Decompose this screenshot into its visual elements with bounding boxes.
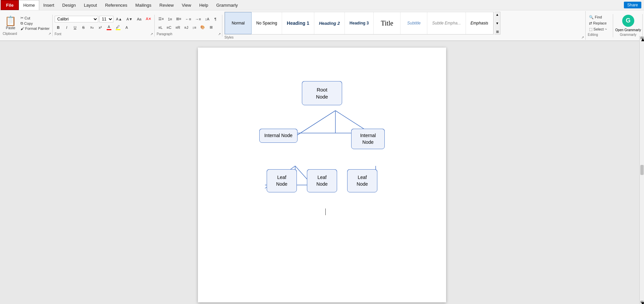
leaf-node-2-label: LeafNode bbox=[316, 175, 327, 187]
superscript-button[interactable]: x² bbox=[97, 24, 104, 31]
tab-layout[interactable]: Layout bbox=[80, 0, 101, 10]
tab-view[interactable]: View bbox=[178, 0, 195, 10]
leaf-node-3-label: LeafNode bbox=[357, 175, 368, 187]
font-family-select[interactable]: Calibri bbox=[55, 16, 98, 22]
tab-review[interactable]: Review bbox=[155, 0, 178, 10]
internal-node-2-label: InternalNode bbox=[360, 133, 376, 145]
leaf-node-1-label: LeafNode bbox=[276, 175, 287, 187]
tab-file[interactable]: File bbox=[1, 0, 19, 10]
style-heading3[interactable]: Heading 3 bbox=[345, 12, 374, 34]
shading-button[interactable]: A bbox=[123, 24, 130, 31]
paragraph-section: ☰≡ 1≡ ⊞≡ ←≡ →≡ ↕A ¶ ≡L ≡C ≡R ≡J ↕≡ 🎨 ⊞ bbox=[155, 15, 222, 37]
decrease-font-button[interactable]: A▼ bbox=[125, 15, 134, 23]
styles-scroll-up-button[interactable]: ▲ bbox=[494, 12, 500, 17]
leaf-node-3[interactable]: LeafNode bbox=[347, 169, 377, 192]
bullets-button[interactable]: ☰≡ bbox=[157, 15, 165, 23]
justify-button[interactable]: ≡J bbox=[182, 24, 190, 31]
select-button[interactable]: ⬚ Select ~ bbox=[588, 27, 611, 32]
bold-button[interactable]: B bbox=[55, 24, 62, 31]
paste-button[interactable]: 📋 Paste bbox=[3, 16, 18, 31]
numbering-button[interactable]: 1≡ bbox=[166, 15, 174, 23]
styles-more-button[interactable]: ⊞ bbox=[494, 29, 500, 34]
tab-references[interactable]: References bbox=[101, 0, 131, 10]
internal-node-1-label: Internal Node bbox=[264, 133, 292, 138]
highlight-color-indicator bbox=[116, 29, 120, 30]
sort-button[interactable]: ↕A bbox=[203, 15, 211, 23]
editing-section: 🔍 Find ⇄ Replace ⬚ Select ~ Editing bbox=[586, 14, 613, 37]
underline-button[interactable]: U bbox=[71, 24, 79, 31]
internal-node-1[interactable]: Internal Node bbox=[259, 129, 298, 149]
tree-diagram: RootNode Internal Node bbox=[211, 81, 433, 192]
align-right-button[interactable]: ≡R bbox=[174, 24, 182, 31]
style-no-spacing[interactable]: No Spacing bbox=[252, 12, 282, 34]
change-case-button[interactable]: Aa bbox=[135, 15, 143, 23]
styles-gallery: Normal No Spacing Heading 1 Heading 2 He… bbox=[224, 12, 494, 35]
increase-indent-button[interactable]: →≡ bbox=[194, 15, 203, 23]
internal-node-2[interactable]: InternalNode bbox=[351, 129, 385, 149]
copy-button[interactable]: ⧉ Copy bbox=[19, 21, 51, 26]
document-area: RootNode Internal Node bbox=[0, 41, 644, 304]
tab-design[interactable]: Design bbox=[58, 0, 80, 10]
multilevel-list-button[interactable]: ⊞≡ bbox=[174, 15, 183, 23]
show-formatting-button[interactable]: ¶ bbox=[212, 15, 219, 23]
style-subtle-emphasis[interactable]: Subtle Empha... bbox=[427, 12, 466, 34]
format-painter-button[interactable]: 🖌 Format Painter bbox=[19, 26, 51, 31]
subscript-button[interactable]: x₂ bbox=[88, 24, 96, 31]
shading-para-button[interactable]: 🎨 bbox=[199, 24, 207, 31]
tab-home[interactable]: Home bbox=[19, 0, 39, 10]
align-center-button[interactable]: ≡C bbox=[165, 24, 173, 31]
font-section: Calibri 11 A▲ A▼ Aa A✕ B I U S x₂ x² bbox=[53, 15, 155, 37]
tab-mailings[interactable]: Mailings bbox=[131, 0, 156, 10]
find-button[interactable]: 🔍 Find bbox=[588, 15, 611, 20]
leaf-node-2[interactable]: LeafNode bbox=[307, 169, 337, 192]
root-node[interactable]: RootNode bbox=[302, 81, 342, 105]
style-subtitle[interactable]: Subtitle bbox=[400, 12, 427, 34]
style-heading1[interactable]: Heading 1 bbox=[282, 12, 314, 34]
italic-button[interactable]: I bbox=[63, 24, 70, 31]
scroll-up-arrow[interactable]: ▲ bbox=[640, 37, 644, 39]
vertical-scrollbar[interactable]: ▲ ▼ bbox=[639, 36, 644, 304]
cut-icon: ✂ bbox=[20, 16, 23, 20]
scroll-down-arrow[interactable]: ▼ bbox=[640, 301, 644, 303]
share-button[interactable]: Share bbox=[624, 2, 641, 8]
clipboard-expand-icon[interactable]: ↗ bbox=[48, 32, 51, 36]
font-color-button[interactable]: A bbox=[105, 24, 113, 31]
cut-button[interactable]: ✂ Cut bbox=[19, 15, 51, 20]
style-heading2[interactable]: Heading 2 bbox=[314, 12, 345, 34]
highlight-button[interactable]: 🖊 bbox=[114, 24, 122, 31]
strikethrough-button[interactable]: S bbox=[80, 24, 87, 31]
find-icon: 🔍 bbox=[589, 15, 594, 19]
style-emphasis[interactable]: Emphasis bbox=[466, 12, 493, 34]
tab-insert[interactable]: Insert bbox=[39, 0, 58, 10]
grammarly-section: G Open Grammarly Grammarly bbox=[614, 14, 643, 37]
styles-label: Styles bbox=[224, 36, 233, 39]
font-color-icon: A bbox=[108, 25, 110, 29]
line-spacing-button[interactable]: ↕≡ bbox=[191, 24, 198, 31]
leaf-node-1[interactable]: LeafNode bbox=[267, 169, 297, 192]
styles-expand-icon[interactable]: ↗ bbox=[581, 36, 584, 39]
paragraph-label: Paragraph bbox=[157, 32, 172, 36]
styles-scroll-down-button[interactable]: ▼ bbox=[494, 21, 500, 26]
grammarly-open-label[interactable]: Open Grammarly bbox=[615, 28, 641, 32]
document-page[interactable]: RootNode Internal Node bbox=[198, 48, 446, 302]
clear-format-button[interactable]: A✕ bbox=[144, 15, 153, 23]
decrease-indent-button[interactable]: ←≡ bbox=[183, 15, 193, 23]
grammarly-icon[interactable]: G bbox=[622, 15, 634, 27]
replace-button[interactable]: ⇄ Replace bbox=[588, 21, 611, 26]
borders-button[interactable]: ⊞ bbox=[207, 24, 215, 31]
root-node-label: RootNode bbox=[316, 87, 328, 100]
font-label: Font bbox=[55, 32, 61, 36]
paragraph-expand-icon[interactable]: ↗ bbox=[218, 32, 221, 36]
format-painter-icon: 🖌 bbox=[20, 26, 24, 31]
font-expand-icon[interactable]: ↗ bbox=[150, 32, 153, 36]
highlight-icon: 🖊 bbox=[116, 25, 120, 29]
increase-font-button[interactable]: A▲ bbox=[114, 15, 124, 23]
scroll-thumb[interactable] bbox=[640, 165, 644, 175]
font-size-select[interactable]: 11 bbox=[99, 16, 113, 22]
style-title[interactable]: Title bbox=[374, 12, 400, 34]
style-normal[interactable]: Normal bbox=[225, 12, 252, 34]
align-left-button[interactable]: ≡L bbox=[157, 24, 164, 31]
tab-grammarly[interactable]: Grammarly bbox=[212, 0, 242, 10]
tab-help[interactable]: Help bbox=[195, 0, 212, 10]
font-color-indicator bbox=[107, 29, 111, 30]
